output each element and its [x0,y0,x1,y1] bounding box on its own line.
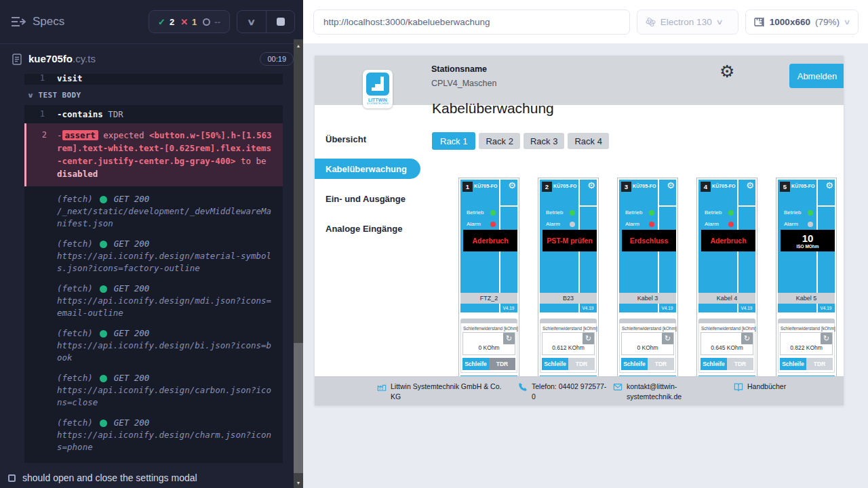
collapse-button[interactable]: ∨ [237,11,266,33]
fetch-log-row[interactable]: (fetch) GET 200 https://api.iconify.desi… [24,321,283,365]
schleife-button[interactable]: Schleife [462,358,489,370]
schleife-button[interactable]: Schleife [542,358,568,370]
footer-manuals-link[interactable]: Handbücher [734,382,786,392]
device-front: 5 KÜ705-FO ⚙ Betrieb Alarm 10 ISO MOhm [778,180,835,312]
fetch-status: GET 200 [114,327,150,340]
sidebar-item[interactable]: Übersicht [315,124,431,154]
panel-top-bar [460,319,517,323]
specs-menu-icon[interactable] [11,16,26,27]
spec-duration-badge: 00:19 [260,52,294,66]
refresh-icon[interactable]: ↻ [503,333,515,344]
app-header: Stationsname CPLV4_Maschen ⚙ Abmelden [315,56,844,105]
fetch-log-row[interactable]: (fetch) GET 200 /_next/static/developmen… [24,186,283,231]
fetch-log-row[interactable]: (fetch) GET 200 https://api.iconify.desi… [24,365,283,410]
browser-select[interactable]: Electron 130 ∨ [637,9,738,35]
device-gear-icon[interactable]: ⚙ [667,180,675,191]
device-gear-icon[interactable]: ⚙ [746,180,754,191]
spec-name: kue705fo.cy.ts [28,53,96,65]
station-label: Stationsname [431,64,496,74]
contains-command-name: -contains [57,109,103,119]
schleife-button[interactable]: Schleife [621,358,648,370]
schleife-button[interactable]: Schleife [780,358,806,370]
fetch-url: https://api.iconify.design/bi.json?icons… [57,340,276,364]
stop-icon [277,18,285,26]
sidebar-item[interactable]: Analoge Eingänge [315,214,431,243]
rack-tab[interactable]: Rack 4 [568,133,608,149]
fetch-status: GET 200 [114,372,150,384]
scroll-up-arrow[interactable]: ▲ [294,41,303,50]
display-unit: ISO MOhm [796,244,818,249]
viewport-select[interactable]: 1000x660 (79%) ∨ [745,9,859,35]
device-model: KÜ705-FO [633,184,656,188]
scrollbar-thumb[interactable] [294,343,303,473]
visit-command-clipped[interactable]: 1 visit http://localhost:3000/kabelueber… [24,74,283,85]
cable-name: Kabel 4 [698,293,755,304]
stop-button[interactable] [266,11,294,33]
device-gear-icon[interactable]: ⚙ [587,180,595,191]
scroll-down-arrow[interactable]: ▼ [294,478,303,487]
resistance-panel: Schleifenwiderstand [kOhm] ↻ 0 KOhm Schl… [460,319,517,384]
rack-tab[interactable]: Rack 1 [432,132,475,150]
resistance-value-box: ↻ 0.645 KOhm [701,332,753,355]
test-body-toggle[interactable]: ∨ TEST BODY [24,85,283,105]
tdr-button[interactable]: TDR [568,358,595,370]
device-display: PST-M prüfen [542,230,597,251]
firmware-version: V4.19 [500,306,517,310]
device-gear-icon[interactable]: ⚙ [825,180,833,191]
resistance-value: 0.822 KOhm [781,344,832,351]
fetch-url: https://api.iconify.design/mdi.json?icon… [57,295,276,319]
device-front: 4 KÜ705-FO ⚙ Betrieb Alarm Aderbruch [698,180,755,312]
refresh-icon[interactable]: ↻ [741,333,753,344]
betrieb-led [728,210,734,216]
fetch-log-row[interactable]: (fetch) GET 200 https://api.iconify.desi… [24,276,283,321]
divider [738,205,755,207]
tdr-button[interactable]: TDR [806,358,833,370]
page-title: Kabelüberwachung [432,100,554,117]
alarm-led-row: Alarm [467,221,496,227]
resistance-panel: Schleifenwiderstand [kOhm] ↻ 0.645 KOhm … [698,319,755,384]
alarm-led-row: Alarm [546,221,575,227]
firmware-version: V4.19 [579,306,597,310]
rack-tab[interactable]: Rack 2 [479,133,519,149]
fetch-log-row[interactable]: (fetch) GET 200 https://api.iconify.desi… [24,231,283,276]
fetch-status: GET 200 [114,193,150,205]
fetch-label: (fetch) [57,193,93,205]
betrieb-led-row: Betrieb [625,209,654,216]
fetch-log-row[interactable]: (fetch) GET 200 https://api.iconify.desi… [24,410,283,455]
sidebar-item[interactable]: Ein- und Ausgänge [315,184,431,214]
refresh-icon[interactable]: ↻ [662,333,673,344]
resistance-value: 0 KOhm [622,344,673,351]
tdr-button[interactable]: TDR [727,358,753,370]
divider [500,205,517,207]
betrieb-led [808,210,813,216]
refresh-icon[interactable]: ↻ [583,333,594,344]
spec-file-row[interactable]: kue705fo.cy.ts 00:19 [0,44,303,74]
device-gear-icon[interactable]: ⚙ [508,180,516,191]
tdr-button[interactable]: TDR [648,358,674,370]
book-icon [734,382,743,392]
settings-gear-icon[interactable]: ⚙ [719,63,734,80]
device-display: 10 ISO MOhm [781,230,835,251]
sidebar-item[interactable]: Kabelüberwachung [315,159,420,179]
refresh-icon[interactable]: ↻ [821,333,832,344]
cable-name: Kabel 5 [778,293,835,304]
resistance-value: 0.645 KOhm [701,344,753,351]
device-card: 4 KÜ705-FO ⚙ Betrieb Alarm Aderbruch [696,178,757,386]
device-front: 1 KÜ705-FO ⚙ Betrieb Alarm Aderbruch [460,180,517,312]
assert-failed-row[interactable]: 2-assert expected <button.w-[50%].h-[1.5… [24,123,283,186]
schleife-button[interactable]: Schleife [701,358,727,370]
rack-tab[interactable]: Rack 3 [524,133,564,149]
betrieb-led-row: Betrieb [467,209,496,216]
device-model: KÜ705-FO [791,184,815,188]
tdr-button[interactable]: TDR [489,358,515,370]
runner-scrollbar[interactable]: ▲ ▼ [294,39,303,488]
display-status-text: Aderbruch [472,237,508,245]
fetch-label: (fetch) [57,417,93,429]
fetch-url: https://api.iconify.design/carbon.json?i… [57,384,276,409]
logout-button[interactable]: Abmelden [789,64,844,88]
pending-test-row[interactable]: should open and close the settings modal [0,463,303,488]
chevron-down-icon: ∨ [843,18,850,26]
alarm-led-row: Alarm [705,221,734,227]
contains-command-row[interactable]: 1 -contains TDR [24,105,283,123]
url-input[interactable] [313,9,630,35]
